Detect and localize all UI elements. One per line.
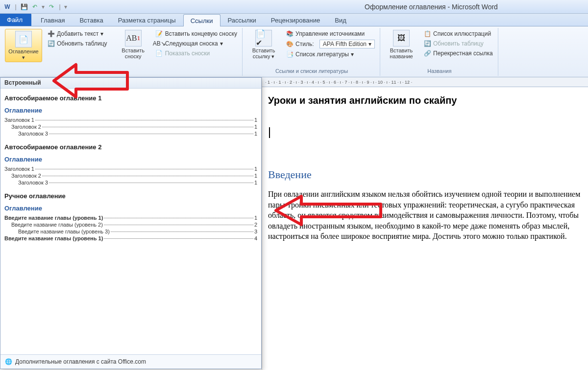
style-icon: 🎨 (286, 40, 294, 48)
dropdown-footer-more[interactable]: 🌐 Дополнительные оглавления с сайта Offi… (0, 354, 261, 369)
chevron-down-icon: ▾ (22, 54, 25, 60)
tab-references[interactable]: Ссылки (183, 14, 220, 26)
group-citations: 📄✔ Вставить ссылку ▾ 📚Управление источни… (244, 28, 380, 76)
style-value-box[interactable]: APA Fifth Edition ▾ (319, 40, 375, 48)
word-icon: W (3, 2, 12, 11)
add-text-label: Добавить текст (57, 30, 98, 37)
toc-auto1-preview[interactable]: Оглавление Заголовок 11 Заголовок 21 Заг… (4, 107, 257, 137)
refresh-icon: 🔄 (47, 40, 55, 47)
tab-file[interactable]: Файл (0, 13, 31, 26)
crossref-icon: 🔗 (423, 49, 431, 57)
show-icon: 📄 (155, 49, 163, 57)
toc-icon: 📄 (15, 31, 32, 47)
manage-sources-button[interactable]: 📚Управление источниками (284, 29, 377, 38)
toc-manual-preview[interactable]: Оглавление Введите название главы (урове… (4, 205, 257, 241)
document-canvas: · 1 · ı · 1 · ı · 2 · ı · 3 · ı · 4 · ı … (262, 77, 588, 370)
tab-layout[interactable]: Разметка страницы (111, 14, 183, 26)
toc-m4: Введите название главы (уровень 1) (4, 235, 103, 241)
qat-sep: | (14, 2, 18, 11)
toc-pg: 4 (254, 235, 257, 241)
style-value: APA Fifth Edition (323, 41, 367, 47)
toc-h3: Заголовок 3 (18, 131, 48, 137)
toc-manual-title[interactable]: Ручное оглавление (4, 192, 257, 200)
toc-pg: 1 (254, 124, 257, 130)
style-selector[interactable]: 🎨Стиль: APA Fifth Edition ▾ (284, 39, 377, 49)
toc-auto2-preview[interactable]: Оглавление Заголовок 11 Заголовок 21 Заг… (4, 156, 257, 185)
toc-gallery-dropdown: Встроенный Автособираемое оглавление 1 О… (0, 77, 262, 369)
add-text-button[interactable]: ➕Добавить текст ▾ (45, 29, 109, 38)
ribbon-tabs: Файл Главная Вставка Разметка страницы С… (0, 14, 588, 26)
sources-icon: 📚 (286, 30, 294, 38)
redo-icon[interactable]: ↷ (47, 2, 56, 11)
insert-caption-button[interactable]: 🖼 Вставить название (384, 29, 418, 59)
update-table2-label: Обновить таблицу (433, 40, 484, 47)
toc-pg: 1 (254, 117, 257, 123)
tab-mailings[interactable]: Рассылки (220, 14, 264, 26)
toc-auto2-title[interactable]: Автособираемое оглавление 2 (4, 143, 257, 151)
tab-review[interactable]: Рецензирование (264, 14, 327, 26)
plus-icon: ➕ (47, 30, 55, 38)
list-figures-label: Список иллюстраций (433, 30, 491, 37)
refresh-icon2: 🔄 (423, 40, 431, 47)
doc-title: Уроки и занятия английским по скайпу (268, 94, 583, 107)
tab-view[interactable]: Вид (327, 14, 354, 26)
qat-sep2: ▾ (41, 2, 45, 11)
toc-button[interactable]: 📄 Оглавление▾ (5, 29, 42, 62)
tab-home[interactable]: Главная (33, 14, 72, 26)
update-table-label: Обновить таблицу (57, 40, 107, 47)
toc-pg: 1 (254, 166, 257, 172)
endnote-icon: 📝 (155, 30, 163, 38)
toc-m2: Введите название главы (уровень 2) (11, 222, 103, 228)
toc-preview-title1: Оглавление (4, 107, 257, 114)
bibliography-button[interactable]: 📑Список литературы ▾ (284, 50, 377, 59)
toc-auto1-title[interactable]: Автособираемое оглавление 1 (4, 94, 257, 102)
toc-pg: 2 (254, 222, 257, 228)
biblio-icon: 📑 (286, 50, 294, 58)
undo-icon[interactable]: ↶ (30, 2, 39, 11)
list-figures-button[interactable]: 📋Список иллюстраций (421, 29, 495, 38)
qat-sep3: | (58, 2, 62, 11)
manage-sources-label: Управление источниками (295, 30, 365, 37)
footnote-icon: AB1 (125, 30, 142, 46)
update-table-button[interactable]: 🔄Обновить таблицу (45, 39, 109, 48)
title-bar: W | 💾 ↶ ▾ ↷ | ▾ Оформление оглавления - … (0, 0, 588, 14)
toc-pg: 1 (254, 173, 257, 179)
group-captions: 🖼 Вставить название 📋Список иллюстраций … (381, 28, 498, 76)
next-footnote-button[interactable]: AB↘Следующая сноска ▾ (153, 39, 239, 48)
toc-m1: Введите название главы (уровень 1) (4, 215, 103, 221)
update-table2-button[interactable]: 🔄Обновить таблицу (421, 39, 495, 48)
save-icon[interactable]: 💾 (20, 2, 28, 11)
document-page[interactable]: Уроки и занятия английским по скайпу Вве… (262, 87, 588, 247)
group-footnotes: AB1 Вставить сноску 📝Вставить концевую с… (113, 28, 243, 76)
insert-footnote-button[interactable]: AB1 Вставить сноску (116, 29, 150, 59)
toc-h1b: Заголовок 1 (4, 166, 34, 172)
toc-pg: 1 (254, 131, 257, 137)
doc-heading: Введение (268, 167, 583, 182)
toc-h3b: Заголовок 3 (18, 180, 48, 185)
ab-label: AB (126, 34, 137, 43)
cross-ref-button[interactable]: 🔗Перекрестная ссылка (421, 49, 495, 58)
show-footnotes-button[interactable]: 📄Показать сноски (153, 49, 239, 58)
show-footnotes-label: Показать сноски (165, 50, 210, 57)
style-label: Стиль: (295, 41, 314, 47)
group-citations-label: Ссылки и списки литературы (246, 68, 377, 75)
toc-m3: Введите название главы (уровень 3) (18, 229, 110, 234)
insert-footnote-label: Вставить сноску (116, 47, 150, 59)
toc-h2: Заголовок 2 (11, 124, 41, 130)
dropdown-body[interactable]: Автособираемое оглавление 1 Оглавление З… (0, 89, 261, 354)
tab-insert[interactable]: Вставка (72, 14, 110, 26)
insert-caption-label: Вставить название (384, 47, 418, 59)
toc-h2b: Заголовок 2 (11, 173, 41, 179)
text-cursor (269, 127, 270, 138)
insert-endnote-button[interactable]: 📝Вставить концевую сноску (153, 29, 239, 38)
group-captions-label: Названия (384, 68, 495, 75)
horizontal-ruler[interactable]: · 1 · ı · 1 · ı · 2 · ı · 3 · ı · 4 · ı … (262, 77, 588, 87)
footer-more-label: Дополнительные оглавления с сайта Office… (15, 358, 146, 365)
toc-pg: 1 (254, 215, 257, 221)
insert-citation-button[interactable]: 📄✔ Вставить ссылку ▾ (246, 29, 281, 59)
toc-h1: Заголовок 1 (4, 117, 34, 123)
toc-preview-title2: Оглавление (4, 156, 257, 163)
qat-dropdown-icon[interactable]: ▾ (64, 2, 68, 11)
toc-label: Оглавление (8, 48, 38, 54)
dropdown-header: Встроенный (0, 78, 261, 89)
